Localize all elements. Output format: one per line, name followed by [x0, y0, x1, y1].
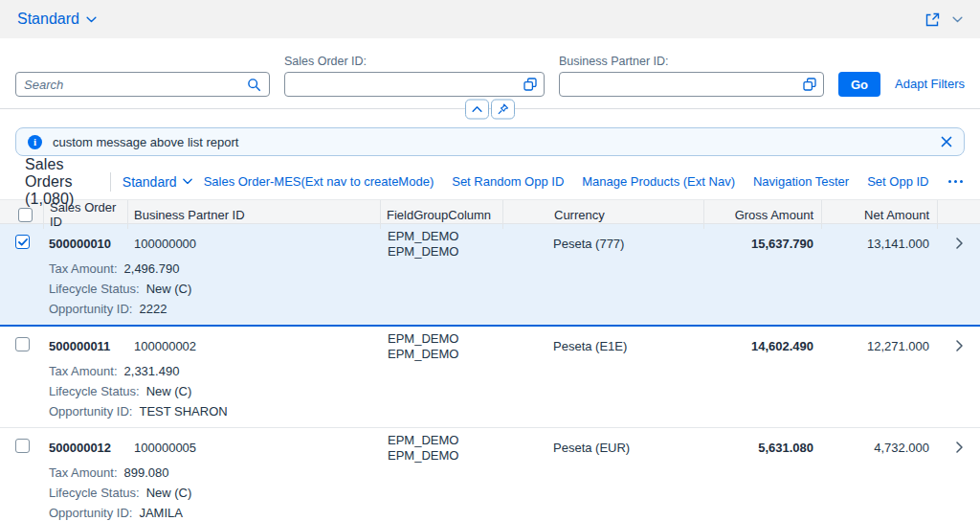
- field-group-line-1: EPM_DEMO: [388, 331, 495, 347]
- column-header-sales-order-id[interactable]: Sales Order ID: [43, 200, 127, 229]
- column-header-currency[interactable]: Currency: [502, 200, 703, 229]
- tax-amount-label: Tax Amount:: [49, 261, 118, 276]
- lifecycle-status-label: Lifecycle Status:: [49, 282, 140, 296]
- opportunity-id-label: Opportunity ID:: [49, 302, 132, 316]
- header-chevron-down-icon[interactable]: [952, 16, 963, 23]
- field-group-line-1: EPM_DEMO: [388, 229, 495, 244]
- cell-net-amount: 12,271.000: [821, 330, 937, 361]
- lifecycle-status-label: Lifecycle Status:: [49, 486, 140, 500]
- page-header: Standard: [0, 0, 980, 38]
- toolbar-separator: [110, 172, 111, 192]
- column-header-business-partner-id[interactable]: Business Partner ID: [127, 200, 380, 229]
- search-icon[interactable]: [247, 78, 261, 92]
- row-lifecycle-status: Lifecycle Status:New (C): [43, 279, 965, 299]
- row-navigation-cell: [937, 432, 965, 463]
- select-all-checkbox-cell: [15, 200, 43, 229]
- value-help-icon[interactable]: [523, 78, 537, 91]
- value-help-icon[interactable]: [803, 78, 816, 91]
- collapse-header-button[interactable]: [465, 100, 489, 120]
- chevron-right-icon: [956, 442, 963, 453]
- action-set-random-opp-id[interactable]: Set Random Opp ID: [452, 174, 564, 189]
- field-group-line-2: EPM_DEMO: [388, 244, 495, 260]
- table-variant-selector[interactable]: Standard: [122, 174, 192, 190]
- table-toolbar: Sales Orders (1,080) Standard Sales Orde…: [0, 164, 980, 199]
- row-checkbox-cell: [15, 330, 43, 361]
- lifecycle-status-value: New (C): [146, 384, 192, 398]
- cell-net-amount: 4,732.000: [821, 432, 937, 463]
- sales-order-id-label: Sales Order ID:: [284, 55, 545, 68]
- cell-sales-order-id: 500000012: [43, 432, 127, 463]
- row-checkbox[interactable]: [15, 439, 30, 453]
- page-variant-selector[interactable]: Standard: [17, 11, 97, 28]
- action-manage-products[interactable]: Manage Products (Ext Nav): [582, 174, 735, 189]
- action-navigation-tester[interactable]: Navigation Tester: [753, 174, 849, 189]
- cell-business-partner-id: 100000000: [127, 228, 380, 259]
- header-actions: [924, 11, 963, 28]
- table-row[interactable]: 500000012 100000005 EPM_DEMO EPM_DEMO Pe…: [0, 428, 980, 521]
- filter-bar: Sales Order ID: Business Partner ID: Go: [0, 38, 980, 108]
- cell-business-partner-id: 100000002: [127, 330, 380, 361]
- column-header-gross-amount[interactable]: Gross Amount: [703, 200, 821, 229]
- opportunity-id-value: JAMILA: [139, 506, 183, 520]
- table-actions: Sales Order-MES(Ext nav to createMode) S…: [204, 174, 964, 189]
- pin-header-button[interactable]: [491, 100, 515, 120]
- business-partner-id-field[interactable]: [559, 72, 824, 97]
- filter-panel-divider: [0, 108, 980, 109]
- column-header-net-amount[interactable]: Net Amount: [821, 200, 937, 229]
- information-icon: i: [28, 135, 42, 149]
- close-icon[interactable]: [941, 136, 952, 147]
- field-group-line-1: EPM_DEMO: [388, 433, 495, 448]
- cell-sales-order-id: 500000011: [43, 330, 127, 361]
- column-header-navigation: [937, 200, 965, 229]
- action-set-opp-id[interactable]: Set Opp ID: [867, 174, 928, 189]
- business-partner-id-input[interactable]: [567, 78, 803, 92]
- select-all-checkbox[interactable]: [18, 208, 33, 222]
- tax-amount-value: 899.080: [124, 465, 169, 480]
- search-input[interactable]: [24, 78, 247, 92]
- opportunity-id-label: Opportunity ID:: [49, 506, 132, 520]
- adapt-filters-link[interactable]: Adapt Filters: [895, 77, 965, 97]
- field-group-line-2: EPM_DEMO: [388, 448, 495, 464]
- cell-gross-amount: 5,631.080: [703, 432, 821, 463]
- cell-sales-order-id: 500000010: [43, 228, 127, 259]
- row-lifecycle-status: Lifecycle Status:New (C): [43, 381, 965, 401]
- sales-order-id-input[interactable]: [292, 78, 523, 92]
- chevron-right-icon: [956, 238, 963, 249]
- action-sales-order-mes[interactable]: Sales Order-MES(Ext nav to createMode): [204, 174, 434, 189]
- lifecycle-status-value: New (C): [146, 486, 192, 500]
- go-button[interactable]: Go: [838, 72, 880, 97]
- row-lifecycle-status: Lifecycle Status:New (C): [43, 483, 965, 503]
- cell-currency: Peseta (E1E): [502, 330, 703, 361]
- filter-field-sales-order: Sales Order ID:: [284, 55, 545, 97]
- cell-field-group: EPM_DEMO EPM_DEMO: [380, 228, 502, 259]
- filter-field-business-partner: Business Partner ID:: [559, 55, 824, 97]
- message-strip: i custom message above list report: [15, 127, 965, 156]
- opportunity-id-label: Opportunity ID:: [49, 404, 132, 419]
- table-row[interactable]: 500000011 100000002 EPM_DEMO EPM_DEMO Pe…: [0, 327, 980, 428]
- share-icon[interactable]: [924, 11, 941, 28]
- search-field[interactable]: [15, 72, 270, 97]
- lifecycle-status-value: New (C): [146, 282, 192, 296]
- chevron-down-icon: [183, 178, 192, 185]
- cell-net-amount: 13,141.000: [821, 228, 937, 259]
- pin-icon: [497, 103, 509, 116]
- row-opportunity-id: Opportunity ID:2222: [43, 299, 965, 319]
- chevron-up-icon: [472, 106, 482, 113]
- cell-currency: Peseta (EUR): [502, 432, 703, 463]
- sales-order-id-field[interactable]: [284, 72, 545, 97]
- tax-amount-label: Tax Amount:: [49, 465, 118, 480]
- row-checkbox-cell: [15, 228, 43, 259]
- table-row[interactable]: 500000010 100000000 EPM_DEMO EPM_DEMO Pe…: [0, 224, 980, 327]
- cell-business-partner-id: 100000005: [127, 432, 380, 463]
- row-navigation-cell: [937, 330, 965, 361]
- cell-field-group: EPM_DEMO EPM_DEMO: [380, 432, 502, 463]
- overflow-icon[interactable]: [947, 176, 965, 188]
- cell-gross-amount: 14,602.490: [703, 330, 821, 361]
- row-checkbox[interactable]: [15, 235, 30, 249]
- row-checkbox[interactable]: [15, 337, 30, 351]
- message-strip-text: custom message above list report: [53, 135, 238, 149]
- column-header-field-group[interactable]: FieldGroupColumn: [380, 200, 502, 229]
- table-column-headers: Sales Order ID Business Partner ID Field…: [0, 199, 980, 224]
- page-variant-title: Standard: [17, 11, 79, 28]
- field-group-line-2: EPM_DEMO: [388, 347, 495, 362]
